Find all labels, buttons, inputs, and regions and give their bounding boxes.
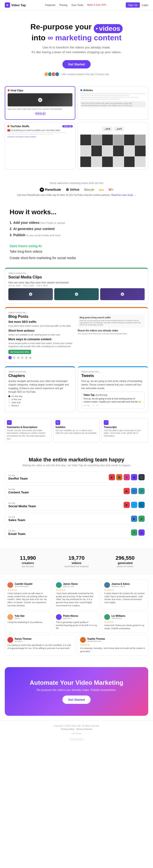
app-icon-email2: ◈: [138, 529, 145, 536]
login-button[interactable]: Login: [142, 4, 148, 6]
tweets-card: Videos turned into... Tweets First up, w…: [78, 366, 148, 412]
app-icon-sales1: ▶: [131, 516, 137, 522]
chapter-item: Bump it: [8, 404, 72, 407]
page-3[interactable]: 3: [17, 356, 20, 359]
play-icon[interactable]: ▶: [75, 292, 78, 296]
case-study-link[interactable]: Read the case study →: [111, 194, 136, 196]
hero-cta-button[interactable]: Get Started: [62, 60, 91, 68]
app-icon-linkedin: in: [138, 502, 145, 508]
teams-title: Some awesome marketing teams that use th…: [5, 182, 148, 184]
tweet-actions: Oct 101 ↩ ⟳ ♡: [83, 404, 143, 407]
footer: Copyright © 2023 Video Tap, All rights r…: [0, 720, 153, 747]
app-icon-sales2: ◈: [138, 516, 145, 522]
chapters-tweets-row: Videos turned into... Chapters Quickly n…: [5, 366, 148, 415]
play-icon[interactable]: ▶: [29, 292, 32, 296]
clip-thumb-1: ▶: [8, 288, 53, 300]
social-proof-text: 140+ creators joined in the last 72 hour…: [61, 73, 109, 75]
clip-thumb-2: ▶: [54, 288, 99, 300]
play-button[interactable]: [38, 98, 42, 102]
page-4[interactable]: 4: [21, 356, 24, 359]
logos-row: PlanetScale ⊗ GitHub Google aws W>: [5, 187, 148, 192]
summaries-icon: ≡: [7, 420, 12, 425]
hero-sub: Use AI to transform the videos you alrea…: [9, 45, 144, 54]
prev-page[interactable]: ‹: [71, 732, 72, 735]
blue-dot: [80, 89, 82, 91]
next-page[interactable]: ›: [81, 732, 82, 735]
hero-video-badge: ▶ videos: [94, 24, 123, 33]
teams-happy-section: Make the entire marketing team happy Mak…: [0, 450, 153, 548]
chapter-item: Start now: [8, 401, 72, 404]
footer-waveform: [4, 737, 149, 742]
viral-clips-title: Viral Clips: [8, 89, 72, 92]
stats-section: 11,990 creators just this year 19,770 vi…: [0, 548, 153, 575]
yt-connect[interactable]: Connect YouTube to Auto-Publish: [7, 136, 73, 138]
testi-card-1: Camille Claudel @camilleclaudel ★★★★★ I …: [5, 580, 51, 610]
yt-title: YouTube Stuffs Video Tap: [7, 125, 73, 128]
signup-button[interactable]: Sign Up: [126, 2, 140, 8]
devrel-team-icons: ▶ 🎥 ● ◆ ⬛: [109, 474, 145, 480]
footer-links: Privacy Policy · Terms of Service: [4, 728, 149, 730]
tweets-label: Videos turned into...: [81, 371, 145, 373]
testi-avatar-6: [104, 614, 110, 620]
logo-aws: aws: [99, 188, 104, 191]
chapters-card: Videos turned into... Chapters Quickly n…: [5, 366, 75, 412]
testi-card-2: James Stone @jstone_dev ★★★★★ I have bee…: [53, 580, 100, 610]
testi-row-1: Camille Claudel @camilleclaudel ★★★★★ I …: [5, 580, 148, 610]
testi-avatar-1: [7, 582, 13, 588]
features-section: Videos turned into... Social Media Clips…: [0, 265, 153, 450]
testi-avatar-3: [104, 582, 110, 588]
transcripts-icon: T: [104, 420, 108, 425]
nav-tools[interactable]: Your Tools: [71, 4, 83, 6]
summaries-tool: ≡ Summaries & Descriptions Create concis…: [5, 418, 51, 442]
cta-button[interactable]: Get Started: [62, 695, 91, 704]
app-icon-youtube: ▶: [109, 474, 115, 480]
terms-link[interactable]: Terms of Service: [76, 728, 92, 730]
how-step-2: 2. AI generates your content: [9, 227, 144, 231]
play-icon[interactable]: ▶: [121, 292, 124, 296]
infinity-icon: ∞: [48, 33, 55, 42]
nav-pricing[interactable]: Pricing: [59, 4, 68, 6]
tweet-like[interactable]: ♡: [101, 404, 102, 407]
email-team-icons: ✉ ◈: [131, 529, 145, 536]
srt-badge: .srt: [114, 127, 124, 131]
transcripts-tool: T Transcripts You'll be able to get a tr…: [102, 418, 148, 442]
tweet-date: Oct 101: [83, 404, 90, 407]
clips-videos: ▶ ▶ ▶: [8, 288, 145, 300]
articles-preview: Here are all the articles this video has…: [80, 93, 146, 107]
blog-pagination: 1 2 3 4 5 6: [8, 356, 145, 359]
testi-card-3: Joanna E Adora @joanna_adora ★★★★★ 5 sta…: [102, 580, 148, 610]
cta-title: Automate Your Video Marketing: [14, 679, 139, 686]
nav-earn[interactable]: Make & Earn 40%: [87, 4, 107, 6]
demo-subtitles: .vtt .srt: [78, 122, 148, 169]
page-5[interactable]: 5: [25, 356, 28, 359]
planetscale-icon: [40, 188, 44, 192]
page-2[interactable]: 2: [12, 356, 16, 359]
stat-videos: 19,770 videos transcribed and analysed: [53, 555, 99, 568]
footer-pagination: ‹ 1 2 3 4 5 ›: [4, 732, 149, 735]
nav-features[interactable]: Features: [45, 4, 55, 6]
app-icon-blog: ⬡: [131, 488, 137, 494]
privacy-link[interactable]: Privacy Policy: [61, 728, 74, 730]
testi-card-5: Pedro Nieves @pnieves This is genuinely …: [53, 612, 100, 632]
app-icon-record: ●: [124, 474, 130, 480]
tweet-retweet[interactable]: ⟳: [97, 404, 98, 407]
video-tap-badge: Video Tap: [62, 125, 73, 127]
hero-headline: Re-purpose your ▶ videos into ∞ marketin…: [9, 22, 144, 42]
team-row-devrel: For the DevRel Team ▶ 🎥 ● ◆ ⬛: [5, 471, 148, 483]
chapter-dot: [8, 402, 10, 403]
page-6[interactable]: 6: [29, 356, 32, 359]
page-1[interactable]: 1: [8, 356, 12, 359]
teams-happy-title: Make the entire marketing team happy: [5, 457, 148, 463]
app-icon-yt2: ▶: [124, 502, 130, 508]
sales-team-icons: ▶ ◈: [131, 516, 145, 522]
team-row-email: For the Email Team ✉ ◈: [5, 527, 148, 538]
bottom-tools: ≡ Summaries & Descriptions Create concis…: [5, 418, 148, 442]
testi-card-4: Yuki Abe @yuki I bring the Marketing to …: [5, 612, 51, 632]
chapter-dot: [8, 405, 10, 407]
tweet-reply[interactable]: ↩: [93, 404, 94, 407]
how-steps: 1. Add your videos from Paste or upload …: [9, 221, 144, 237]
blog-btn[interactable]: Get long press links: [8, 350, 31, 354]
waveform: [8, 111, 72, 116]
clips-title: Social Media Clips: [8, 275, 145, 279]
tweet-preview: Video Tap @videotap First up, we are goi…: [81, 392, 145, 408]
